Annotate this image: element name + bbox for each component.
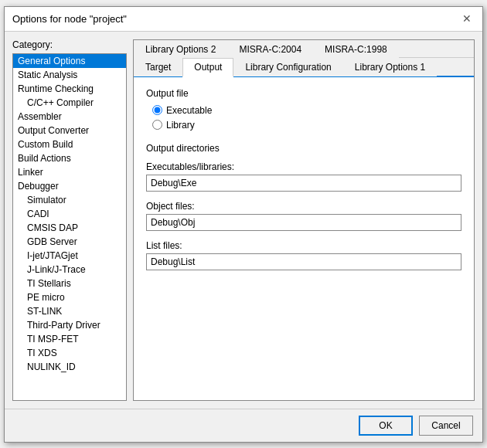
category-item-cadi[interactable]: CADI <box>13 207 126 221</box>
content-area: Output file Executable Library Output di… <box>134 77 474 400</box>
radio-group: Executable Library <box>146 105 461 131</box>
category-item-cmsis-dap[interactable]: CMSIS DAP <box>13 221 126 235</box>
category-item-simulator[interactable]: Simulator <box>13 193 126 207</box>
ok-button[interactable]: OK <box>359 416 413 436</box>
category-item-static-analysis[interactable]: Static Analysis <box>13 68 126 82</box>
category-item-build-actions[interactable]: Build Actions <box>13 151 126 165</box>
dialog-title: Options for node "project" <box>12 13 127 25</box>
radio-executable-label: Executable <box>166 105 212 116</box>
dialog-footer: OK Cancel <box>5 409 482 442</box>
list-files-label: List files: <box>146 240 461 251</box>
radio-library-item[interactable]: Library <box>152 120 461 131</box>
category-item-nulink-id[interactable]: NULINK_ID <box>13 360 126 374</box>
category-item-custom-build[interactable]: Custom Build <box>13 137 126 151</box>
list-files-group: List files: <box>146 240 461 270</box>
title-bar: Options for node "project" ✕ <box>5 7 482 32</box>
category-item-gdb-server[interactable]: GDB Server <box>13 235 126 249</box>
tab-library-options-1[interactable]: Library Options 1 <box>343 58 437 76</box>
category-item-st-link[interactable]: ST-LINK <box>13 304 126 318</box>
radio-library-label: Library <box>166 120 195 131</box>
category-item-general-options[interactable]: General Options <box>13 54 126 68</box>
category-item-linker[interactable]: Linker <box>13 165 126 179</box>
options-dialog: Options for node "project" ✕ Category: G… <box>4 6 483 443</box>
close-button[interactable]: ✕ <box>459 11 475 26</box>
object-files-label: Object files: <box>146 201 461 212</box>
category-label: Category: <box>12 39 127 50</box>
cancel-button[interactable]: Cancel <box>419 416 473 436</box>
category-item-jlink-jtrace[interactable]: J-Link/J-Trace <box>13 263 126 277</box>
radio-executable-item[interactable]: Executable <box>152 105 461 116</box>
exe-libraries-label: Executables/libraries: <box>146 161 461 172</box>
output-dirs-label: Output directories <box>146 143 461 154</box>
category-item-ti-msp-fet[interactable]: TI MSP-FET <box>13 332 126 346</box>
category-item-third-party-driver[interactable]: Third-Party Driver <box>13 318 126 332</box>
category-item-i-jet-jtagjet[interactable]: I-jet/JTAGjet <box>13 249 126 263</box>
tab-misra-c-1998[interactable]: MISRA-C:1998 <box>313 40 399 58</box>
category-item-debugger[interactable]: Debugger <box>13 179 126 193</box>
radio-executable[interactable] <box>152 105 162 115</box>
content-panel: Library Options 2MISRA-C:2004MISRA-C:199… <box>133 39 475 401</box>
category-item-ti-stellaris[interactable]: TI Stellaris <box>13 277 126 290</box>
tab-misra-c-2004[interactable]: MISRA-C:2004 <box>227 40 313 58</box>
category-item-pe-micro[interactable]: PE micro <box>13 290 126 304</box>
tab-output[interactable]: Output <box>182 58 233 77</box>
tab-library-options-2[interactable]: Library Options 2 <box>134 40 227 58</box>
object-files-input[interactable] <box>146 214 461 231</box>
dialog-body: Category: General OptionsStatic Analysis… <box>5 32 482 409</box>
category-panel: Category: General OptionsStatic Analysis… <box>12 39 127 401</box>
list-files-input[interactable] <box>146 253 461 270</box>
output-file-label: Output file <box>146 88 461 99</box>
category-item-ti-xds[interactable]: TI XDS <box>13 346 126 360</box>
category-item-output-converter[interactable]: Output Converter <box>13 124 126 137</box>
category-item-assembler[interactable]: Assembler <box>13 110 126 124</box>
radio-library[interactable] <box>152 120 162 130</box>
exe-libraries-group: Executables/libraries: <box>146 161 461 192</box>
tab-target[interactable]: Target <box>134 58 182 76</box>
tabs-row2: TargetOutputLibrary ConfigurationLibrary… <box>134 58 474 77</box>
category-item-cpp-compiler[interactable]: C/C++ Compiler <box>13 96 126 110</box>
tab-library-configuration[interactable]: Library Configuration <box>233 58 342 76</box>
category-list: General OptionsStatic AnalysisRuntime Ch… <box>12 53 127 401</box>
category-item-runtime-checking[interactable]: Runtime Checking <box>13 82 126 96</box>
exe-libraries-input[interactable] <box>146 175 461 192</box>
tabs-row1: Library Options 2MISRA-C:2004MISRA-C:199… <box>134 40 474 58</box>
object-files-group: Object files: <box>146 201 461 231</box>
